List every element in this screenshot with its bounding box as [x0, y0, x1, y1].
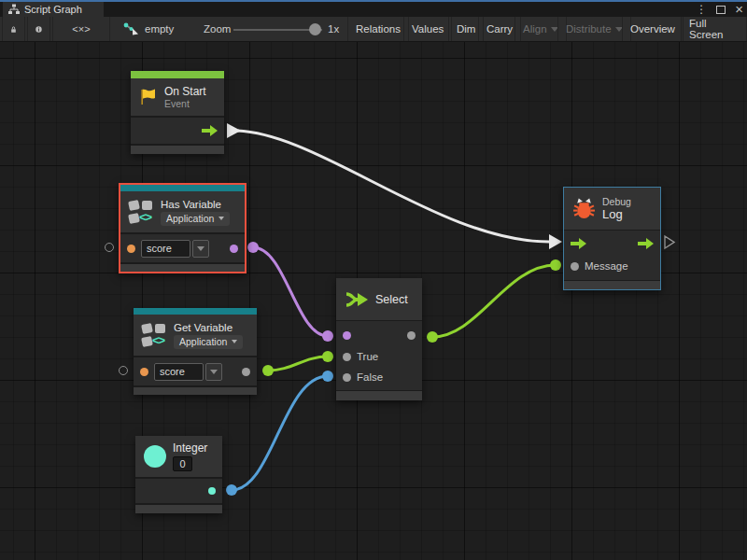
- integer-output-port[interactable]: [208, 487, 216, 495]
- tab-script-graph[interactable]: Script Graph: [3, 2, 104, 17]
- variable-scope-dropdown[interactable]: Application: [174, 335, 243, 349]
- graph-toolbar: <×> empty Zoom 1x Relations Values Dim C…: [0, 17, 747, 42]
- selection-label: empty: [145, 23, 174, 35]
- integer-literal-icon: [144, 445, 166, 468]
- node-select[interactable]: Select True False: [336, 278, 422, 400]
- variable-icon: <>: [142, 323, 167, 348]
- node-title: On Start: [164, 85, 206, 98]
- variable-icon: <>: [129, 200, 154, 225]
- wire-getvariable-to-true[interactable]: [268, 357, 328, 371]
- toolbar-button-fullscreen[interactable]: Full Screen: [681, 17, 747, 41]
- graph-icon: [8, 4, 20, 15]
- node-title: Debug: [602, 196, 631, 207]
- port-label-message: Message: [585, 260, 628, 272]
- wire-hasvariable-to-select[interactable]: [253, 247, 328, 336]
- value-input-port[interactable]: [127, 245, 135, 253]
- false-input-port[interactable]: [343, 373, 351, 382]
- tab-title: Script Graph: [24, 4, 82, 15]
- flow-input-port[interactable]: [571, 238, 586, 249]
- pointer-icon: [123, 22, 139, 36]
- zoom-slider-handle[interactable]: [309, 23, 321, 35]
- node-debug-log[interactable]: Debug Log Message: [563, 187, 661, 290]
- chevron-down-icon: [232, 340, 237, 343]
- node-title: Integer: [173, 441, 207, 455]
- node-subtitle: Event: [164, 98, 206, 109]
- flag-icon: [139, 88, 158, 106]
- message-input-port[interactable]: [571, 262, 579, 271]
- node-get-variable[interactable]: <> Get Variable Application score: [134, 308, 257, 395]
- port-label-true: True: [357, 351, 378, 362]
- value-output-port[interactable]: [242, 368, 250, 376]
- flow-output-port[interactable]: [638, 238, 654, 249]
- port-label-false: False: [357, 371, 383, 383]
- tab-bar: Script Graph ⋮ ×: [0, 2, 747, 17]
- wire-onstart-to-log[interactable]: [233, 131, 549, 242]
- chevron-down-icon: [218, 217, 224, 220]
- zoom-label: Zoom: [204, 17, 231, 41]
- selection-output-port[interactable]: [407, 331, 416, 340]
- unconnected-flow-triangle[interactable]: [665, 236, 674, 248]
- toolbar-button-values[interactable]: Values: [403, 17, 452, 41]
- toolbar-button-distribute[interactable]: Distribute: [557, 17, 631, 41]
- node-footer: [564, 281, 660, 289]
- select-icon: [345, 289, 369, 310]
- node-subtitle: Log: [602, 207, 631, 221]
- variable-name-dropdown-button[interactable]: [192, 240, 209, 258]
- unconnected-port-ring[interactable]: [119, 366, 128, 375]
- zoom-value: 1x: [328, 17, 339, 41]
- integer-value-field[interactable]: 0: [173, 456, 192, 471]
- close-icon[interactable]: ×: [735, 2, 743, 17]
- node-title: Get Variable: [174, 322, 243, 333]
- node-colorbar: [120, 185, 245, 191]
- info-button[interactable]: [27, 17, 50, 41]
- node-footer: [134, 387, 257, 395]
- node-footer: [120, 264, 245, 272]
- node-title: Select: [375, 293, 408, 306]
- info-icon: [35, 23, 42, 35]
- chevron-down-icon: [210, 370, 218, 374]
- unconnected-port-ring[interactable]: [105, 243, 114, 252]
- node-title: Has Variable: [161, 199, 230, 210]
- script-graph-window: Script Graph ⋮ × <×>: [0, 0, 747, 560]
- variable-name-select[interactable]: score: [154, 363, 222, 381]
- value-input-port[interactable]: [140, 368, 148, 376]
- lock-button[interactable]: [2, 17, 25, 41]
- node-has-variable[interactable]: <> Has Variable Application score: [119, 183, 247, 273]
- bug-icon: [572, 197, 596, 220]
- angle-brackets-icon: <×>: [72, 23, 90, 35]
- graph-canvas[interactable]: On Start Event <>: [0, 42, 747, 560]
- node-colorbar: [134, 308, 257, 315]
- variable-scope-dropdown[interactable]: Application: [161, 212, 230, 226]
- condition-input-port[interactable]: [343, 331, 351, 340]
- lock-icon: [10, 23, 17, 35]
- wire-select-to-message[interactable]: [432, 265, 556, 337]
- wire-end-arrow: [549, 234, 562, 249]
- variable-name-value[interactable]: score: [154, 363, 204, 381]
- more-menu-icon[interactable]: ⋮: [696, 2, 707, 17]
- variable-name-dropdown-button[interactable]: [205, 363, 222, 381]
- selection-indicator: empty: [123, 17, 174, 41]
- toolbar-button-overview[interactable]: Overview: [622, 17, 684, 41]
- node-colorbar: [131, 71, 224, 78]
- flow-output-port[interactable]: [202, 125, 218, 136]
- window-controls: ⋮ ×: [696, 2, 743, 17]
- variable-name-select[interactable]: score: [141, 240, 209, 258]
- connection-values-button[interactable]: <×>: [52, 17, 110, 41]
- node-footer: [336, 391, 422, 400]
- chevron-down-icon: [197, 246, 204, 251]
- node-footer: [131, 146, 224, 154]
- true-input-port[interactable]: [343, 353, 351, 361]
- maximize-icon[interactable]: [716, 6, 726, 14]
- node-on-start[interactable]: On Start Event: [131, 71, 224, 154]
- bool-output-port[interactable]: [230, 245, 238, 253]
- toolbar-button-relations[interactable]: Relations: [347, 17, 409, 41]
- variable-name-value[interactable]: score: [141, 240, 190, 258]
- node-footer: [135, 505, 222, 513]
- node-integer[interactable]: Integer 0: [135, 436, 222, 513]
